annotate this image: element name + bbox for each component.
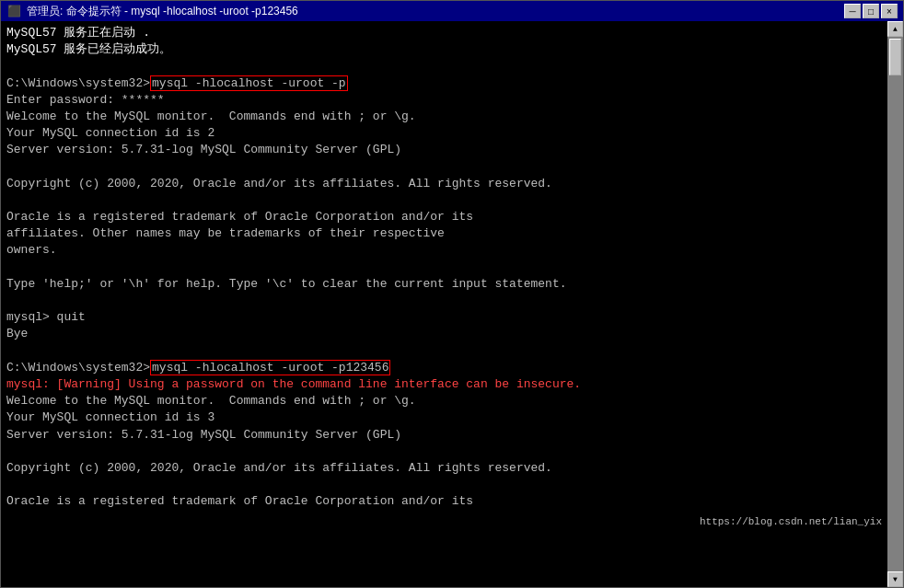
line-version2: Server version: 5.7.31-log MySQL Communi…: [6, 427, 882, 444]
line-blank-7: [6, 444, 882, 460]
minimize-button[interactable]: ─: [844, 4, 861, 18]
title-bar-text: 管理员: 命令提示符 - mysql -hlocalhost -uroot -p…: [27, 4, 298, 19]
terminal[interactable]: MySQL57 服务正在启动 . MySQL57 服务已经启动成功。 C:\Wi…: [1, 21, 887, 587]
cmd-highlight-2: mysql -hlocalhost -uroot -p123456: [150, 360, 390, 375]
line-oracle2: affiliates. Other names may be trademark…: [6, 225, 882, 242]
blog-link: https://blog.csdn.net/lian_yix: [700, 516, 882, 527]
line-blank-6: [6, 343, 882, 360]
line-blank-2: [6, 159, 882, 176]
prompt-1: C:\Windows\system32>: [6, 76, 150, 90]
line-blank-4: [6, 259, 882, 276]
line-quit: mysql> quit: [6, 309, 882, 326]
line-welcome1: Welcome to the MySQL monitor. Commands e…: [6, 109, 882, 125]
window-icon: ⬛: [6, 4, 21, 18]
title-bar-controls: ─ □ ×: [844, 4, 898, 18]
line-oracle1: Oracle is a registered trademark of Orac…: [6, 209, 882, 225]
window: ⬛ 管理员: 命令提示符 - mysql -hlocalhost -uroot …: [0, 0, 904, 588]
title-bar-left: ⬛ 管理员: 命令提示符 - mysql -hlocalhost -uroot …: [6, 4, 298, 19]
line-help: Type 'help;' or '\h' for help. Type '\c'…: [6, 276, 882, 293]
terminal-wrapper: MySQL57 服务正在启动 . MySQL57 服务已经启动成功。 C:\Wi…: [1, 21, 903, 587]
line-password: Enter password: ******: [6, 92, 882, 109]
line-cmd2: C:\Windows\system32>mysql -hlocalhost -u…: [6, 360, 882, 376]
close-button[interactable]: ×: [881, 4, 898, 18]
line-copyright1: Copyright (c) 2000, 2020, Oracle and/or …: [6, 176, 882, 192]
prompt-2: C:\Windows\system32>: [6, 361, 150, 375]
scrollbar-thumb[interactable]: [889, 39, 901, 75]
link-area: https://blog.csdn.net/lian_yix: [6, 513, 882, 530]
line-1: MySQL57 服务正在启动 .: [6, 25, 882, 41]
scrollbar-track[interactable]: [887, 37, 903, 571]
scrollbar: ▲ ▼: [887, 21, 903, 587]
line-copyright2: Copyright (c) 2000, 2020, Oracle and/or …: [6, 460, 882, 477]
line-blank-1: [6, 58, 882, 75]
line-blank-3: [6, 192, 882, 209]
line-warning: mysql: [Warning] Using a password on the…: [6, 376, 882, 393]
line-oracle3: owners.: [6, 242, 882, 259]
title-bar: ⬛ 管理员: 命令提示符 - mysql -hlocalhost -uroot …: [1, 1, 903, 21]
scroll-up-button[interactable]: ▲: [887, 21, 903, 37]
line-blank-5: [6, 293, 882, 309]
line-blank-8: [6, 477, 882, 493]
maximize-button[interactable]: □: [863, 4, 879, 18]
line-welcome2: Welcome to the MySQL monitor. Commands e…: [6, 393, 882, 409]
line-bye: Bye: [6, 326, 882, 342]
line-2: MySQL57 服务已经启动成功。: [6, 41, 882, 58]
line-connid1: Your MySQL connection id is 2: [6, 125, 882, 142]
cmd-highlight-1: mysql -hlocalhost -uroot -p: [150, 75, 348, 91]
line-cmd1: C:\Windows\system32>mysql -hlocalhost -u…: [6, 75, 882, 92]
line-oracle4: Oracle is a registered trademark of Orac…: [6, 493, 882, 510]
line-version1: Server version: 5.7.31-log MySQL Communi…: [6, 142, 882, 158]
scroll-down-button[interactable]: ▼: [887, 571, 903, 587]
line-connid2: Your MySQL connection id is 3: [6, 409, 882, 426]
